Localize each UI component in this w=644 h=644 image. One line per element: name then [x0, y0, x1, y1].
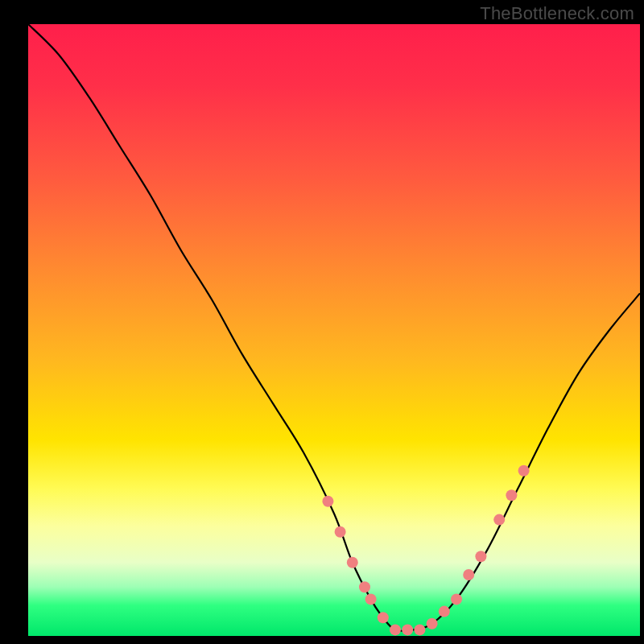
highlight-point [493, 514, 505, 526]
highlight-point [475, 551, 486, 562]
bottleneck-curve [28, 24, 640, 631]
highlight-point [439, 606, 450, 617]
curve-svg [28, 24, 640, 636]
highlight-point [463, 569, 474, 580]
plot-area [28, 24, 640, 636]
highlight-point [378, 612, 389, 623]
highlight-point [365, 593, 377, 605]
highlight-point [451, 593, 462, 605]
highlight-point [402, 624, 413, 635]
watermark-text: TheBottleneck.com [480, 3, 634, 24]
highlight-point [414, 624, 425, 635]
highlight-point [390, 624, 401, 635]
highlight-markers [322, 465, 529, 636]
highlight-point [506, 489, 517, 501]
highlight-point [335, 526, 346, 538]
chart-frame: TheBottleneck.com [0, 0, 644, 644]
highlight-point [322, 496, 333, 507]
highlight-point [347, 557, 358, 568]
highlight-point [359, 581, 370, 592]
highlight-point [427, 618, 438, 630]
highlight-point [518, 465, 530, 477]
